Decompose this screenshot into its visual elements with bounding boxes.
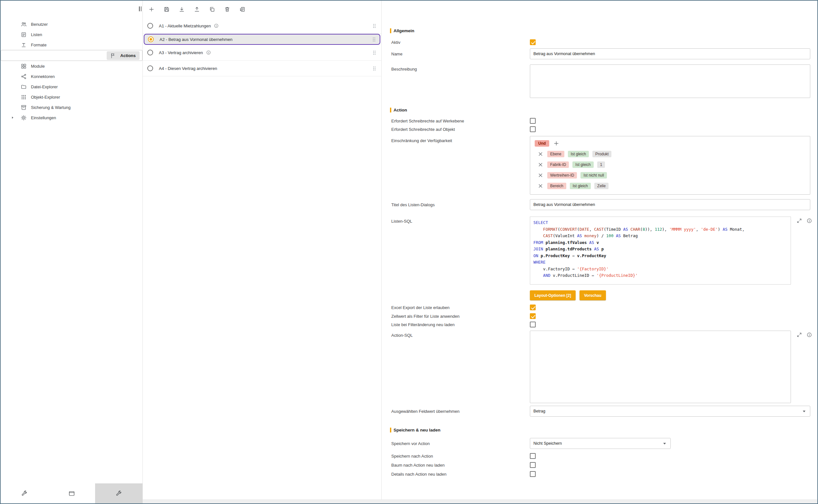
form-row-tree-reload: Baum nach Action neu laden	[382, 462, 817, 468]
sidebar-item-pill: Datei-Explorer	[17, 82, 62, 91]
section-header-allgemein: Allgemein	[382, 28, 817, 34]
condition-value-chip[interactable]: Zelle	[594, 183, 609, 189]
save-button[interactable]	[161, 3, 173, 15]
aktiv-checkbox[interactable]	[530, 39, 536, 45]
field-label: Liste bei Filteränderung neu laden	[391, 322, 530, 327]
sidebar-item-formate[interactable]: Formate	[1, 40, 142, 50]
sql-line: CAST(ValueInt AS money) / 100 AS Betrag	[533, 233, 791, 239]
write-level-checkbox[interactable]	[530, 118, 536, 124]
dialog-title-input[interactable]	[530, 199, 810, 210]
field-label: Details nach Action neu laden	[391, 472, 530, 477]
sidebar-item-listen[interactable]: Listen	[1, 29, 142, 40]
radio-button[interactable]	[147, 65, 153, 71]
condition-value-chip[interactable]: Produkt	[592, 151, 611, 157]
radio-button[interactable]	[148, 36, 154, 42]
condition-value-chip[interactable]: 1	[597, 161, 605, 168]
action-list-panel: A1 - Aktuelle MietzahlungenA2 - Betrag a…	[143, 1, 382, 503]
drag-handle[interactable]	[371, 65, 377, 72]
upload-button[interactable]	[191, 3, 203, 15]
add-condition-icon[interactable]	[553, 140, 560, 147]
action-sql-textarea[interactable]	[530, 331, 791, 403]
form-row-aktiv: Aktiv	[382, 39, 817, 45]
action-list-item-a3[interactable]: A3 - Vertrag archivieren	[143, 45, 381, 61]
backup-icon	[21, 104, 27, 111]
radio-button[interactable]	[147, 23, 153, 29]
sidebar-item-objekt-explorer[interactable]: Objekt-Explorer	[1, 92, 142, 102]
horizontal-scrollbar[interactable]	[143, 499, 817, 503]
excel-export-checkbox[interactable]	[530, 305, 536, 310]
info-icon[interactable]	[206, 50, 211, 55]
condition-field-chip[interactable]: Bereich	[547, 183, 566, 189]
name-input[interactable]	[530, 48, 810, 59]
condition-operator-chip[interactable]: Ist gleich	[570, 183, 591, 189]
action-sql-expand-icon[interactable]	[796, 332, 802, 338]
preview-button[interactable]: Vorschau	[579, 290, 606, 300]
write-object-checkbox[interactable]	[530, 126, 536, 132]
sidebar-item-label: Formate	[31, 43, 46, 47]
listen-sql-editor[interactable]: SELECT FORMAT(CONVERT(DATE, CAST(TimeID …	[530, 217, 791, 285]
save-before-select[interactable]: Nicht Speichern	[530, 438, 671, 449]
sidebar-item-benutzer[interactable]: Benutzer	[1, 19, 142, 29]
layout-options-button[interactable]: Layout-Optionen [2]	[530, 290, 576, 300]
sidebar-item-konnektoren[interactable]: Konnektoren	[1, 71, 142, 82]
section-title: Action	[394, 108, 407, 112]
form-row-save-before: Speichern vor Action Nicht Speichern	[382, 438, 817, 449]
list-toolbar-buttons	[145, 3, 248, 15]
condition-field-chip[interactable]: Fabrik-ID	[547, 161, 569, 168]
text-format-icon	[21, 42, 27, 48]
sidebar-item-sicherung-wartung[interactable]: Sicherung & Wartung	[1, 102, 142, 112]
sidebar-item-label: Objekt-Explorer	[31, 95, 60, 100]
sidebar-item-module[interactable]: Module	[1, 61, 142, 71]
condition-operator-chip[interactable]: Ist gleich	[572, 161, 593, 168]
action-list-item-a2[interactable]: A2 - Betrag aus Vormonat übernehmen	[144, 34, 380, 45]
panel-splitter-handle[interactable]	[139, 6, 141, 11]
remove-condition-icon[interactable]	[537, 161, 544, 168]
action-sql-info-icon[interactable]	[806, 332, 812, 338]
copy-button[interactable]	[206, 3, 218, 15]
availability-condition: Fabrik-IDIst gleich1	[535, 161, 805, 168]
listen-sql-info-icon[interactable]	[806, 218, 812, 224]
info-icon[interactable]	[214, 23, 219, 28]
delete-button[interactable]	[221, 3, 233, 15]
condition-field-chip[interactable]: Ebene	[547, 151, 564, 157]
sidebar-item-actions[interactable]: Actions	[1, 50, 142, 61]
field-label: Aktiv	[391, 40, 530, 45]
tree-reload-checkbox[interactable]	[530, 462, 536, 468]
drag-handle[interactable]	[371, 23, 377, 29]
remove-condition-icon[interactable]	[537, 151, 544, 157]
connectors-icon	[21, 73, 27, 80]
beschreibung-textarea[interactable]	[530, 64, 810, 98]
window-view-button[interactable]	[48, 483, 95, 503]
condition-operator-chip[interactable]: Ist gleich	[568, 151, 589, 157]
availability-condition: EbeneIst gleichProdukt	[535, 151, 805, 157]
radio-button[interactable]	[147, 50, 153, 55]
remove-condition-icon[interactable]	[537, 172, 544, 179]
expand-caret-icon[interactable]	[10, 115, 15, 120]
add-action-button[interactable]	[145, 3, 158, 15]
drag-handle[interactable]	[371, 36, 377, 43]
upload-icon	[194, 6, 200, 13]
listen-sql-expand-icon[interactable]	[796, 218, 802, 224]
action-list-item-a1[interactable]: A1 - Aktuelle Mietzahlungen	[143, 18, 381, 34]
sidebar-item-einstellungen[interactable]: Einstellungen	[1, 112, 142, 123]
cell-filter-checkbox[interactable]	[530, 313, 536, 319]
download-button[interactable]	[176, 3, 188, 15]
save-after-checkbox[interactable]	[530, 453, 536, 459]
condition-operator-chip[interactable]: Ist nicht null	[580, 172, 607, 179]
sidebar: BenutzerListenFormateActionsModuleKonnek…	[1, 1, 143, 503]
condition-field-chip[interactable]: Wertreihen-ID	[547, 172, 577, 179]
action-item-label: A4 - Diesen Vertrag archivieren	[159, 66, 217, 71]
sidebar-item-datei-explorer[interactable]: Datei-Explorer	[1, 82, 142, 92]
details-reload-checkbox[interactable]	[530, 471, 536, 477]
root-operator-chip[interactable]: Und	[535, 140, 549, 147]
field-value-select[interactable]: Betrag	[530, 406, 810, 417]
remove-condition-icon[interactable]	[537, 183, 544, 189]
action-list-item-a4[interactable]: A4 - Diesen Vertrag archivieren	[143, 61, 381, 76]
section-title: Allgemein	[394, 28, 414, 33]
tools-view-button[interactable]	[1, 483, 48, 503]
drag-handle[interactable]	[371, 50, 377, 56]
reload-on-filter-checkbox[interactable]	[530, 322, 536, 327]
sidebar-item-label: Einstellungen	[31, 115, 56, 120]
list-copy-button[interactable]	[236, 3, 248, 15]
admin-view-button[interactable]	[95, 483, 142, 503]
